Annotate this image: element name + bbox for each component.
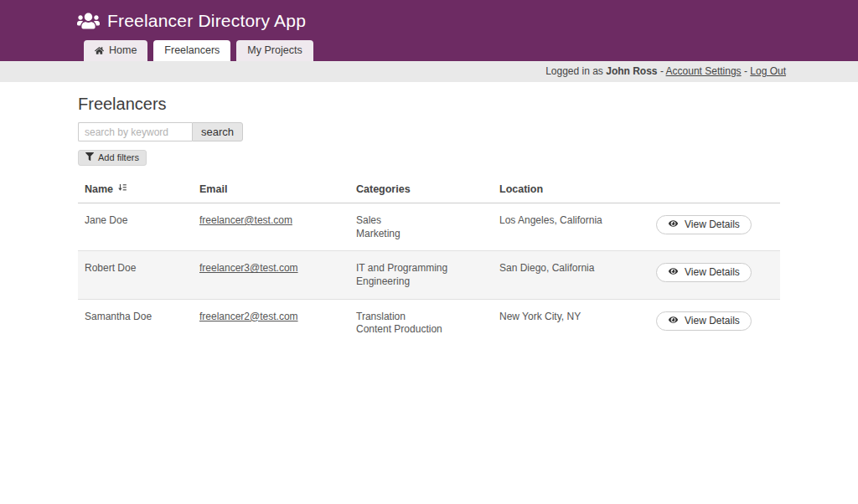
- brand: Freelancer Directory App: [77, 11, 306, 31]
- table-header-row: Name Email Categories Location: [78, 177, 780, 203]
- cell-name: Jane Doe: [78, 203, 193, 251]
- search-row: search: [78, 122, 780, 141]
- view-details-button[interactable]: View Details: [656, 215, 752, 234]
- add-filters-button[interactable]: Add filters: [78, 150, 147, 166]
- column-header-categories[interactable]: Categories: [349, 177, 493, 203]
- tab-home[interactable]: Home: [84, 40, 147, 61]
- tab-home-label: Home: [109, 44, 137, 56]
- view-details-label: View Details: [685, 315, 740, 327]
- table-row: Samantha Doe freelancer2@test.com Transl…: [78, 299, 780, 347]
- separator: -: [742, 65, 751, 77]
- category-line: Engineering: [356, 275, 486, 288]
- email-link[interactable]: freelancer@test.com: [199, 214, 292, 226]
- column-header-actions: [649, 177, 780, 203]
- cell-email: freelancer3@test.com: [193, 251, 349, 299]
- tab-my-projects[interactable]: My Projects: [236, 40, 313, 61]
- cell-email: freelancer2@test.com: [193, 299, 349, 347]
- separator: -: [658, 65, 666, 77]
- email-link[interactable]: freelancer3@test.com: [199, 262, 298, 274]
- category-line: Content Production: [356, 323, 486, 336]
- view-details-button[interactable]: View Details: [656, 311, 752, 331]
- cell-categories: IT and ProgrammingEngineering: [349, 251, 493, 299]
- view-details-button[interactable]: View Details: [656, 263, 752, 282]
- category-line: Marketing: [356, 228, 486, 240]
- table-row: Jane Doe freelancer@test.com SalesMarket…: [78, 203, 780, 251]
- view-details-label: View Details: [685, 266, 740, 278]
- eye-icon: [668, 266, 679, 278]
- account-settings-link[interactable]: Account Settings: [666, 65, 742, 77]
- eye-icon: [668, 315, 679, 327]
- table-row: Robert Doe freelancer3@test.com IT and P…: [78, 251, 780, 299]
- search-button[interactable]: search: [192, 122, 243, 141]
- main-nav: Home Freelancers My Projects: [84, 40, 313, 61]
- cell-actions: View Details: [649, 299, 780, 347]
- cell-name: Samantha Doe: [78, 299, 193, 347]
- cell-location: Los Angeles, California: [493, 203, 649, 251]
- filter-icon: [85, 152, 94, 162]
- tab-freelancers-label: Freelancers: [164, 44, 220, 56]
- tab-my-projects-label: My Projects: [247, 44, 302, 56]
- page-title: Freelancers: [78, 95, 780, 114]
- app-title: Freelancer Directory App: [107, 11, 306, 31]
- user-bar: Logged in as John Ross - Account Setting…: [0, 61, 858, 82]
- cell-categories: SalesMarketing: [349, 203, 493, 251]
- eye-icon: [668, 219, 679, 230]
- cell-location: New York City, NY: [493, 299, 649, 347]
- logged-in-prefix: Logged in as: [545, 65, 606, 77]
- search-input[interactable]: [78, 122, 192, 141]
- sort-icon: [117, 183, 127, 195]
- cell-actions: View Details: [649, 203, 780, 251]
- main-content: Freelancers search Add filters Name: [78, 95, 780, 347]
- users-icon: [77, 12, 100, 30]
- category-line: Sales: [356, 214, 486, 227]
- category-line: IT and Programming: [356, 262, 486, 275]
- email-link[interactable]: freelancer2@test.com: [199, 311, 298, 322]
- freelancers-table: Name Email Categories Location: [78, 177, 780, 347]
- column-header-email[interactable]: Email: [193, 177, 349, 203]
- user-name: John Ross: [606, 65, 657, 77]
- cell-actions: View Details: [649, 251, 780, 299]
- cell-location: San Diego, California: [493, 251, 649, 299]
- column-header-name[interactable]: Name: [78, 177, 193, 203]
- column-header-name-label: Name: [85, 183, 113, 195]
- column-header-location[interactable]: Location: [493, 177, 649, 203]
- freelancer-table-body: Jane Doe freelancer@test.com SalesMarket…: [78, 203, 780, 347]
- tab-freelancers[interactable]: Freelancers: [153, 40, 230, 61]
- cell-email: freelancer@test.com: [193, 203, 349, 251]
- home-icon: [95, 46, 104, 55]
- cell-categories: TranslationContent Production: [349, 299, 493, 347]
- cell-name: Robert Doe: [78, 251, 193, 299]
- app-header: Freelancer Directory App Home Freelancer…: [0, 0, 858, 61]
- add-filters-label: Add filters: [98, 152, 139, 162]
- log-out-link[interactable]: Log Out: [750, 65, 786, 77]
- category-line: Translation: [356, 311, 486, 323]
- view-details-label: View Details: [685, 219, 740, 230]
